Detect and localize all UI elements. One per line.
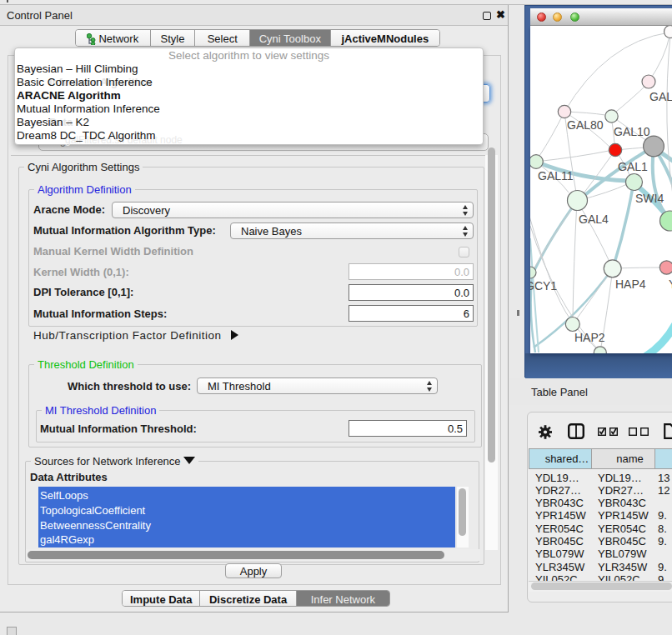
svg-text:GCY1: GCY1 bbox=[530, 279, 557, 292]
svg-text:GAL10: GAL10 bbox=[614, 125, 650, 138]
svg-text:HAP2: HAP2 bbox=[574, 331, 605, 344]
svg-text:GAL7: GAL7 bbox=[649, 90, 672, 103]
svg-text:Y: Y bbox=[669, 278, 672, 291]
svg-text:GAL1: GAL1 bbox=[618, 160, 648, 173]
svg-text:GAL11: GAL11 bbox=[538, 169, 574, 182]
svg-text:HAP4: HAP4 bbox=[615, 278, 646, 291]
svg-text:SWI4: SWI4 bbox=[635, 192, 664, 205]
svg-text:GAL80: GAL80 bbox=[567, 118, 604, 132]
svg-text:GAL4: GAL4 bbox=[579, 212, 609, 226]
